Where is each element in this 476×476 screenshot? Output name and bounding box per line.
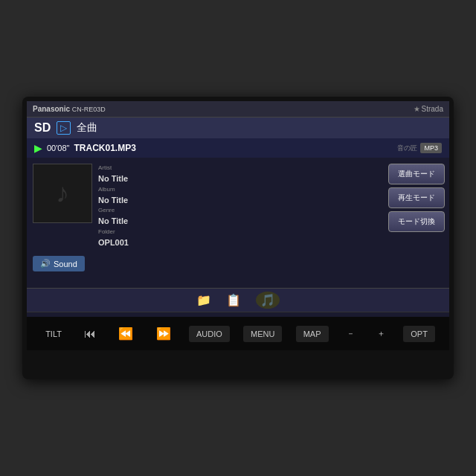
brand-label: Panasonic CN-RE03D: [33, 105, 106, 113]
track-time: 00'08": [47, 144, 69, 152]
album-label: Album: [98, 185, 129, 194]
folder-value: OPL001: [98, 237, 129, 249]
main-content: ♪ Artist No Title Album No Title: [27, 158, 449, 288]
track-name: TRACK01.MP3: [74, 143, 135, 153]
album-art: ♪: [33, 164, 92, 223]
status-bar: 9:04 SD 富山県滑川市東山: [27, 312, 449, 317]
sound-type-label: 音の匠: [397, 144, 417, 153]
mp3-badge: MP3: [420, 143, 442, 153]
top-bar: Panasonic CN-RE03D ★Strada: [27, 101, 449, 118]
screen: Panasonic CN-RE03D ★Strada SD ▷ 全曲 ▶ 00'…: [27, 101, 449, 317]
sd-bar: SD ▷ 全曲: [27, 118, 449, 138]
album-value: No Title: [98, 194, 129, 207]
genre-section: Genre No Title: [98, 206, 129, 228]
metadata-panel: Artist No Title Album No Title Genre No …: [98, 164, 129, 248]
music-note-icon: ♪: [56, 178, 69, 209]
opt-button[interactable]: OPT: [403, 326, 435, 342]
plus-button[interactable]: ＋: [373, 325, 390, 342]
strada-logo: ★Strada: [414, 105, 443, 113]
select-mode-button[interactable]: 選曲モード: [388, 164, 445, 184]
media-type-label: SD: [34, 121, 51, 135]
menu-button[interactable]: MENU: [243, 326, 282, 342]
prev-prev-button[interactable]: ⏮: [80, 324, 100, 344]
genre-label: Genre: [98, 206, 129, 215]
prev-button[interactable]: ⏪: [114, 324, 138, 344]
album-section: Album No Title: [98, 185, 129, 207]
list-nav-icon[interactable]: 📋: [226, 293, 241, 307]
left-panel: ♪ Artist No Title Album No Title: [27, 158, 176, 288]
play-mode-button[interactable]: 再生モード: [388, 187, 445, 208]
track-info: ▶ 00'08" TRACK01.MP3: [34, 142, 136, 154]
device: Panasonic CN-RE03D ★Strada SD ▷ 全曲 ▶ 00'…: [22, 97, 454, 379]
track-bar: ▶ 00'08" TRACK01.MP3 音の匠 MP3: [27, 138, 449, 158]
next-button[interactable]: ⏩: [152, 324, 176, 344]
nav-icons-bar: 📁 📋 🎵: [27, 288, 449, 312]
status-location: 富山県滑川市東山: [86, 317, 145, 318]
mode-switch-button[interactable]: モード切換: [388, 211, 445, 232]
minus-button[interactable]: －: [342, 325, 359, 342]
right-buttons: 選曲モード 再生モード モード切換: [384, 158, 449, 288]
audio-button[interactable]: AUDIO: [189, 326, 230, 342]
sound-label: Sound: [54, 260, 77, 268]
speaker-icon: 🔊: [40, 259, 51, 268]
sound-button[interactable]: 🔊 Sound: [33, 256, 85, 271]
music-nav-icon[interactable]: 🎵: [256, 292, 280, 309]
folder-section: Folder OPL001: [98, 228, 129, 249]
control-bar: TILT ⏮ ⏪ ⏩ AUDIO MENU MAP － ＋ OPT: [27, 317, 449, 350]
artist-section: Artist No Title: [98, 164, 129, 185]
info-section: ♪ Artist No Title Album No Title: [33, 164, 170, 248]
play-state-icon: ▶: [34, 142, 42, 154]
map-button[interactable]: MAP: [296, 326, 329, 342]
folder-label: Folder: [98, 228, 129, 237]
folder-nav-icon[interactable]: 📁: [196, 293, 211, 307]
play-mode-label: 全曲: [77, 121, 97, 135]
triangle-icon: ▷: [57, 121, 71, 135]
artist-value: No Title: [98, 173, 129, 185]
tilt-button[interactable]: TILT: [41, 327, 66, 341]
genre-value: No Title: [98, 215, 129, 228]
artist-label: Artist: [98, 164, 129, 173]
status-time: 9:04: [34, 316, 55, 318]
